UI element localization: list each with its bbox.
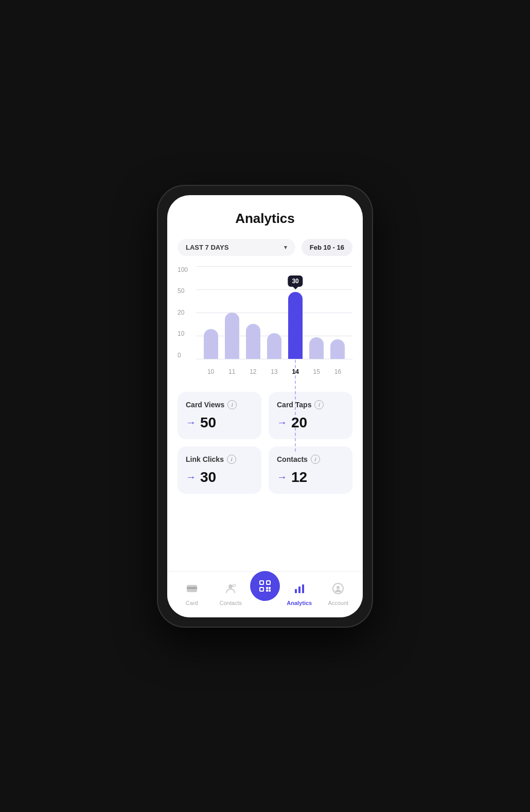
bar-col-14: 30 bbox=[288, 292, 303, 359]
bar-11[interactable] bbox=[225, 313, 239, 359]
y-label-10: 10 bbox=[178, 330, 188, 337]
stat-value-row-taps: → 20 bbox=[277, 414, 344, 431]
nav-item-contacts[interactable]: Contacts bbox=[211, 582, 251, 606]
nav-item-account[interactable]: Account bbox=[319, 582, 358, 606]
y-label-50: 50 bbox=[178, 287, 188, 295]
bar-col-16 bbox=[330, 339, 345, 359]
screen-content: Analytics LAST 7 DAYS ▾ Feb 10 - 16 100 … bbox=[167, 195, 363, 571]
svg-point-2 bbox=[228, 584, 233, 589]
stat-card-contacts: Contacts i → 12 bbox=[269, 446, 352, 494]
chart-container: 100 50 20 10 0 bbox=[178, 266, 352, 379]
stat-label-row-views: Card Views i bbox=[186, 400, 253, 409]
svg-rect-13 bbox=[269, 587, 271, 589]
stat-value-contacts: 12 bbox=[291, 469, 307, 486]
bar-15[interactable] bbox=[309, 337, 324, 359]
stat-label-taps: Card Taps bbox=[277, 401, 311, 409]
x-label-15: 15 bbox=[313, 368, 320, 375]
phone-screen: Analytics LAST 7 DAYS ▾ Feb 10 - 16 100 … bbox=[167, 195, 363, 617]
stat-label-row-contacts: Contacts i bbox=[277, 455, 344, 464]
bar-tooltip: 30 bbox=[288, 275, 303, 287]
stat-value-row-views: → 50 bbox=[186, 414, 253, 431]
svg-rect-14 bbox=[266, 590, 268, 592]
stat-value-views: 50 bbox=[200, 414, 216, 431]
svg-point-20 bbox=[337, 586, 340, 589]
stat-value-row-clicks: → 30 bbox=[186, 469, 253, 486]
stats-grid: Card Views i → 50 Card Taps i → bbox=[178, 392, 352, 494]
info-icon-clicks[interactable]: i bbox=[227, 455, 236, 464]
qr-icon bbox=[258, 579, 272, 593]
svg-rect-12 bbox=[266, 587, 268, 589]
stat-value-taps: 20 bbox=[291, 414, 307, 431]
stat-value-row-contacts: → 12 bbox=[277, 469, 344, 486]
nav-item-analytics[interactable]: Analytics bbox=[280, 582, 319, 606]
arrow-icon-taps: → bbox=[277, 417, 287, 428]
bar-col-12 bbox=[246, 324, 260, 359]
arrow-icon-clicks: → bbox=[186, 471, 196, 483]
chart-area: 30 bbox=[196, 266, 352, 359]
stat-label-row-taps: Card Taps i bbox=[277, 400, 344, 409]
bar-col-11 bbox=[225, 313, 239, 359]
bar-10[interactable] bbox=[204, 329, 218, 359]
x-label-13: 13 bbox=[271, 368, 277, 375]
filter-row: LAST 7 DAYS ▾ Feb 10 - 16 bbox=[178, 239, 352, 256]
y-label-100: 100 bbox=[178, 266, 188, 273]
nav-label-analytics: Analytics bbox=[287, 600, 312, 606]
chevron-down-icon: ▾ bbox=[284, 244, 287, 251]
stat-card-taps: Card Taps i → 20 bbox=[269, 392, 352, 439]
x-label-12: 12 bbox=[250, 368, 256, 375]
page-title: Analytics bbox=[178, 211, 352, 227]
svg-rect-7 bbox=[260, 581, 263, 584]
y-label-20: 20 bbox=[178, 309, 188, 316]
stat-label-clicks: Link Clicks bbox=[186, 455, 224, 463]
analytics-icon bbox=[293, 582, 306, 598]
period-dropdown[interactable]: LAST 7 DAYS ▾ bbox=[178, 239, 295, 256]
account-icon bbox=[332, 582, 344, 598]
dropdown-label: LAST 7 DAYS bbox=[186, 244, 228, 251]
arrow-icon-views: → bbox=[186, 417, 196, 428]
bar-14[interactable]: 30 bbox=[288, 292, 303, 359]
nav-label-contacts: Contacts bbox=[220, 600, 242, 606]
info-icon-contacts[interactable]: i bbox=[311, 455, 320, 464]
card-icon bbox=[186, 582, 198, 598]
svg-rect-1 bbox=[187, 587, 197, 589]
nav-label-card: Card bbox=[186, 600, 198, 606]
nav-label-account: Account bbox=[328, 600, 348, 606]
bar-col-10 bbox=[204, 329, 218, 359]
stat-value-clicks: 30 bbox=[200, 469, 216, 486]
stat-card-views: Card Views i → 50 bbox=[178, 392, 261, 439]
info-icon-views[interactable]: i bbox=[227, 400, 237, 409]
date-badge: Feb 10 - 16 bbox=[302, 239, 352, 256]
stat-label-views: Card Views bbox=[186, 401, 224, 409]
svg-rect-18 bbox=[302, 584, 304, 593]
bar-col-15 bbox=[309, 337, 324, 359]
bar-col-13 bbox=[267, 333, 281, 359]
svg-rect-17 bbox=[298, 586, 301, 593]
svg-rect-11 bbox=[260, 588, 263, 591]
contacts-icon bbox=[224, 582, 237, 598]
info-icon-taps[interactable]: i bbox=[314, 400, 324, 409]
svg-rect-9 bbox=[267, 581, 270, 584]
bottom-nav: Card Contacts bbox=[167, 571, 363, 617]
x-label-10: 10 bbox=[207, 368, 214, 375]
phone-outer: Analytics LAST 7 DAYS ▾ Feb 10 - 16 100 … bbox=[157, 185, 373, 628]
grid-line-0 bbox=[196, 359, 352, 359]
arrow-icon-contacts: → bbox=[277, 471, 287, 483]
chart-x-labels: 10 11 12 13 14 15 16 bbox=[196, 364, 352, 379]
stat-card-clicks: Link Clicks i → 30 bbox=[178, 446, 261, 494]
stat-label-row-clicks: Link Clicks i bbox=[186, 455, 253, 464]
bar-13[interactable] bbox=[267, 333, 281, 359]
nav-fab[interactable] bbox=[250, 571, 280, 601]
stat-label-contacts: Contacts bbox=[277, 455, 308, 463]
bars-wrapper: 30 bbox=[196, 266, 352, 359]
x-label-11: 11 bbox=[228, 368, 235, 375]
x-label-14: 14 bbox=[292, 368, 298, 375]
y-label-0: 0 bbox=[178, 352, 188, 359]
svg-rect-16 bbox=[295, 589, 297, 593]
chart-y-labels: 100 50 20 10 0 bbox=[178, 266, 188, 359]
bar-16[interactable] bbox=[330, 339, 345, 359]
x-label-16: 16 bbox=[334, 368, 341, 375]
nav-item-card[interactable]: Card bbox=[172, 582, 211, 606]
svg-rect-15 bbox=[269, 590, 271, 592]
bar-12[interactable] bbox=[246, 324, 260, 359]
